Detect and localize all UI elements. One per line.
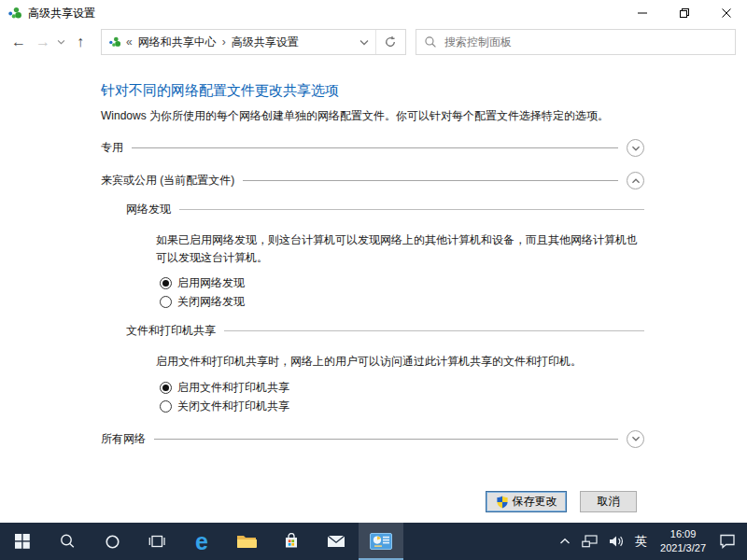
radio-label[interactable]: 关闭文件和打印机共享 bbox=[177, 399, 289, 414]
subsection-divider bbox=[224, 330, 644, 331]
divider bbox=[375, 30, 376, 54]
close-icon bbox=[722, 8, 731, 18]
radio-label[interactable]: 启用文件和打印机共享 bbox=[177, 380, 289, 396]
breadcrumb-item-advanced-sharing[interactable]: 高级共享设置 bbox=[231, 33, 300, 52]
radio-unselected-icon[interactable] bbox=[160, 296, 172, 308]
file-printer-sharing-options: 启用文件和打印机共享 关闭文件和打印机共享 bbox=[160, 378, 644, 415]
system-tray: 英 16:09 2021/3/27 bbox=[554, 523, 747, 560]
section-private-label: 专用 bbox=[101, 140, 132, 156]
network-discovery-options: 启用网络发现 关闭网络发现 bbox=[160, 274, 644, 312]
folder-icon bbox=[236, 533, 257, 550]
minimize-icon bbox=[638, 8, 647, 18]
input-language-indicator[interactable]: 英 bbox=[629, 523, 653, 560]
refresh-icon bbox=[384, 35, 397, 49]
titlebar: 高级共享设置 bbox=[0, 0, 747, 26]
chevron-down-icon bbox=[631, 435, 641, 442]
section-private-header: 专用 bbox=[101, 139, 644, 158]
address-bar-controls bbox=[354, 30, 403, 54]
section-all-networks-label: 所有网络 bbox=[101, 431, 154, 447]
file-explorer-button[interactable] bbox=[224, 523, 269, 560]
minimize-button[interactable] bbox=[621, 0, 663, 26]
chevron-up-icon bbox=[631, 177, 641, 185]
taskbar-search-button[interactable] bbox=[45, 523, 90, 560]
close-button[interactable] bbox=[705, 0, 747, 26]
taskbar-apps: e bbox=[0, 523, 403, 560]
radio-selected-icon[interactable] bbox=[160, 277, 172, 289]
main-content: 针对不同的网络配置文件更改共享选项 Windows 为你所使用的每个网络创建单独… bbox=[0, 58, 747, 523]
cortana-button[interactable] bbox=[90, 523, 134, 560]
breadcrumb-item-network-center[interactable]: 网络和共享中心 bbox=[137, 33, 218, 52]
address-bar[interactable]: « 网络和共享中心 › 高级共享设置 bbox=[101, 29, 406, 55]
page-title: 针对不同的网络配置文件更改共享选项 bbox=[101, 82, 644, 100]
restore-icon bbox=[680, 8, 689, 18]
action-center-button[interactable] bbox=[713, 523, 741, 560]
network-discovery-description: 如果已启用网络发现，则这台计算机可以发现网络上的其他计算机和设备，而且其他网络计… bbox=[156, 231, 644, 267]
section-guest-label: 来宾或公用 (当前配置文件) bbox=[101, 173, 243, 189]
subsection-network-discovery-header: 网络发现 bbox=[126, 203, 644, 217]
section-private-expander[interactable] bbox=[627, 139, 644, 157]
section-all-networks-expander[interactable] bbox=[627, 430, 644, 448]
task-view-button[interactable] bbox=[134, 523, 179, 560]
edge-button[interactable]: e bbox=[179, 523, 224, 560]
address-dropdown-button[interactable] bbox=[354, 39, 374, 46]
forward-button[interactable]: → bbox=[32, 34, 54, 50]
radio-row-enable-network-discovery[interactable]: 启用网络发现 bbox=[160, 274, 644, 293]
search-icon bbox=[59, 533, 76, 550]
section-guest-body: 网络发现 如果已启用网络发现，则这台计算机可以发现网络上的其他计算机和设备，而且… bbox=[101, 203, 644, 416]
network-icon bbox=[582, 535, 598, 548]
up-button[interactable]: ↑ bbox=[67, 34, 93, 50]
control-panel-icon bbox=[370, 533, 392, 550]
radio-row-disable-file-printer-sharing[interactable]: 关闭文件和打印机共享 bbox=[160, 397, 644, 415]
window-title: 高级共享设置 bbox=[28, 6, 95, 21]
restore-button[interactable] bbox=[663, 0, 705, 26]
radio-unselected-icon[interactable] bbox=[160, 400, 172, 413]
task-view-icon bbox=[148, 533, 165, 550]
subsection-title: 网络发现 bbox=[126, 202, 179, 217]
refresh-button[interactable] bbox=[377, 30, 403, 54]
windows-logo-icon bbox=[15, 534, 30, 549]
store-icon bbox=[283, 533, 300, 550]
action-center-icon bbox=[719, 534, 736, 549]
search-box bbox=[416, 29, 736, 55]
chevron-down-icon bbox=[631, 145, 641, 152]
cortana-icon bbox=[105, 534, 120, 550]
search-input[interactable] bbox=[444, 35, 727, 49]
radio-selected-icon[interactable] bbox=[160, 382, 172, 394]
clock-time: 16:09 bbox=[670, 527, 697, 541]
network-sharing-icon bbox=[7, 6, 22, 21]
volume-tray-button[interactable] bbox=[603, 523, 629, 560]
save-changes-button[interactable]: 保存更改 bbox=[486, 491, 567, 512]
search-icon bbox=[424, 35, 437, 49]
cancel-button[interactable]: 取消 bbox=[580, 491, 637, 512]
section-all-networks-header: 所有网络 bbox=[101, 429, 644, 448]
navigation-bar: ← → ↑ « 网络和共享中心 › 高级共享设置 bbox=[0, 26, 747, 58]
subsection-divider bbox=[179, 209, 644, 210]
start-button[interactable] bbox=[0, 523, 45, 560]
tray-overflow-button[interactable] bbox=[554, 523, 576, 560]
subsection-title: 文件和打印机共享 bbox=[126, 323, 224, 339]
edge-icon: e bbox=[195, 530, 208, 553]
cancel-button-label: 取消 bbox=[598, 494, 620, 510]
subsection-file-printer-sharing-header: 文件和打印机共享 bbox=[126, 324, 644, 339]
network-tray-button[interactable] bbox=[576, 523, 603, 560]
radio-label[interactable]: 启用网络发现 bbox=[177, 275, 245, 291]
chevron-down-icon bbox=[359, 39, 369, 46]
section-guest-header: 来宾或公用 (当前配置文件) bbox=[101, 172, 644, 190]
section-guest-expander[interactable] bbox=[627, 172, 644, 189]
dialog-buttons: 保存更改 取消 bbox=[486, 491, 637, 512]
taskbar: e bbox=[0, 523, 747, 560]
microsoft-store-button[interactable] bbox=[269, 523, 314, 560]
mail-button[interactable] bbox=[314, 523, 359, 560]
network-sharing-icon bbox=[108, 35, 121, 49]
back-button[interactable]: ← bbox=[6, 34, 32, 50]
speaker-icon bbox=[609, 535, 624, 548]
control-panel-window: 高级共享设置 ← → ↑ « bbox=[0, 0, 747, 523]
section-divider bbox=[243, 180, 618, 181]
taskbar-clock[interactable]: 16:09 2021/3/27 bbox=[653, 527, 713, 555]
control-panel-button-active[interactable] bbox=[359, 523, 403, 560]
history-dropdown-button[interactable] bbox=[54, 39, 67, 45]
radio-label[interactable]: 关闭网络发现 bbox=[177, 294, 245, 310]
radio-row-disable-network-discovery[interactable]: 关闭网络发现 bbox=[160, 293, 644, 312]
file-printer-sharing-description: 启用文件和打印机共享时，网络上的用户可以访问通过此计算机共享的文件和打印机。 bbox=[156, 353, 644, 371]
radio-row-enable-file-printer-sharing[interactable]: 启用文件和打印机共享 bbox=[160, 378, 644, 397]
